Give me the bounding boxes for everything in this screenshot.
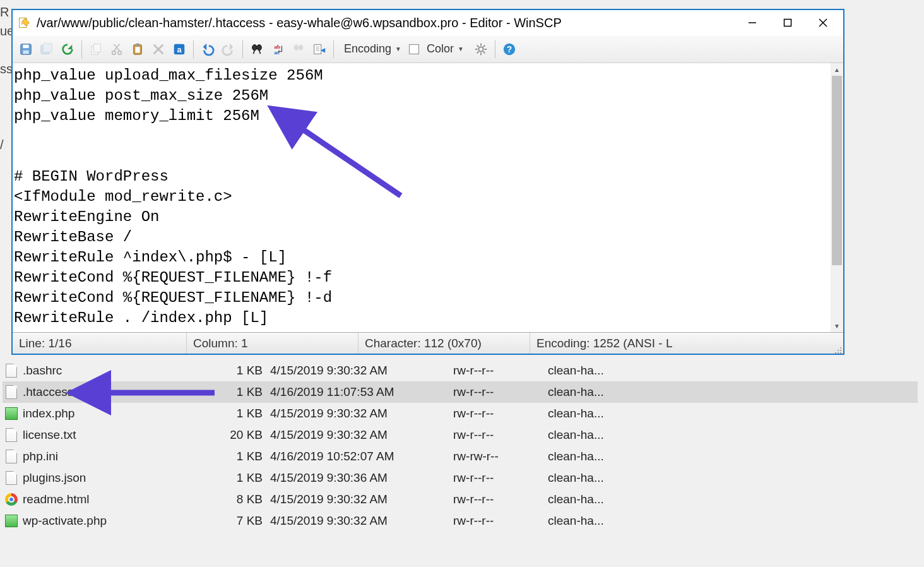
file-permissions: rw-r--r-- <box>453 407 548 421</box>
find-next-button[interactable] <box>289 40 308 59</box>
file-date: 4/15/2019 9:30:32 AM <box>270 407 453 421</box>
select-all-button[interactable]: a <box>170 40 189 59</box>
file-date: 4/15/2019 9:30:36 AM <box>270 471 453 485</box>
svg-rect-17 <box>136 43 139 45</box>
file-permissions: rw-r--r-- <box>453 428 548 442</box>
file-row[interactable]: php.ini1 KB4/16/2019 10:52:07 AMrw-rw-r-… <box>3 446 918 467</box>
file-icon <box>6 450 17 463</box>
status-bar: Line: 1/16 Column: 1 Character: 112 (0x7… <box>13 332 843 354</box>
paste-button[interactable] <box>128 40 147 59</box>
find-button[interactable] <box>247 40 266 59</box>
file-size: 1 KB <box>222 407 270 421</box>
window-title: /var/www/public/clean-hamster/.htaccess … <box>37 16 735 30</box>
file-size: 1 KB <box>222 364 270 378</box>
scroll-down-icon[interactable]: ▼ <box>831 319 843 332</box>
svg-rect-9 <box>44 43 52 52</box>
svg-line-26 <box>254 50 255 54</box>
file-permissions: rw-rw-r-- <box>453 450 548 463</box>
delete-button[interactable] <box>149 40 168 59</box>
file-size: 20 KB <box>222 428 270 442</box>
file-row[interactable]: wp-activate.php7 KB4/15/2019 9:30:32 AMr… <box>3 510 918 532</box>
file-owner: clean-ha... <box>548 364 649 378</box>
chevron-down-icon: ▼ <box>395 45 401 52</box>
file-date: 4/15/2019 9:30:32 AM <box>270 428 453 442</box>
svg-line-41 <box>477 45 478 47</box>
svg-line-42 <box>483 51 485 53</box>
file-permissions: rw-r--r-- <box>453 364 548 378</box>
svg-line-44 <box>483 45 485 47</box>
maximize-button[interactable] <box>770 11 805 34</box>
svg-point-31 <box>299 44 303 50</box>
reload-button[interactable] <box>58 40 77 59</box>
file-name: php.ini <box>20 450 222 463</box>
svg-point-49 <box>840 350 841 351</box>
close-button[interactable] <box>805 11 841 34</box>
file-size: 1 KB <box>222 385 270 399</box>
file-name: .htaccess <box>20 385 222 399</box>
file-owner: clean-ha... <box>548 471 649 485</box>
help-button[interactable]: ? <box>500 40 519 59</box>
file-permissions: rw-r--r-- <box>453 514 548 528</box>
encoding-menu[interactable]: Encoding▼ <box>338 40 407 59</box>
svg-point-47 <box>840 347 841 349</box>
svg-rect-32 <box>314 44 321 54</box>
file-row[interactable]: .htaccess1 KB4/16/2019 11:07:53 AMrw-r--… <box>3 381 918 403</box>
php-file-icon <box>5 407 18 420</box>
file-name: plugins.json <box>20 471 222 485</box>
goto-button[interactable] <box>310 40 329 59</box>
copy-button[interactable] <box>86 40 105 59</box>
file-owner: clean-ha... <box>548 428 649 442</box>
file-date: 4/15/2019 9:30:32 AM <box>270 514 453 528</box>
undo-button[interactable] <box>198 40 217 59</box>
file-name: wp-activate.php <box>20 514 222 528</box>
file-owner: clean-ha... <box>548 385 649 399</box>
color-menu[interactable]: Color▼ <box>421 40 470 59</box>
vertical-scrollbar[interactable]: ▲ ▼ <box>831 63 843 332</box>
svg-rect-6 <box>23 44 28 48</box>
resize-grip-icon[interactable] <box>833 343 842 352</box>
file-row[interactable]: index.php1 KB4/15/2019 9:30:32 AMrw-r--r… <box>3 403 918 424</box>
file-size: 1 KB <box>222 450 270 463</box>
file-date: 4/16/2019 10:52:07 AM <box>270 450 453 463</box>
svg-point-30 <box>294 44 299 50</box>
file-name: .bashrc <box>20 364 222 378</box>
chrome-html-icon <box>5 493 18 506</box>
file-owner: clean-ha... <box>548 407 649 421</box>
preferences-button[interactable] <box>471 40 490 59</box>
svg-point-12 <box>112 51 116 54</box>
php-file-icon <box>5 515 18 527</box>
redo-button[interactable] <box>219 40 238 59</box>
save-all-button[interactable] <box>37 40 56 59</box>
save-button[interactable] <box>16 40 35 59</box>
file-row[interactable]: plugins.json1 KB4/15/2019 9:30:36 AMrw-r… <box>3 467 918 489</box>
scroll-up-icon[interactable]: ▲ <box>831 63 843 76</box>
editor-content[interactable]: php_value upload_max_filesize 256M php_v… <box>13 63 831 332</box>
file-owner: clean-ha... <box>548 492 649 506</box>
color-checkbox[interactable] <box>409 44 419 54</box>
svg-point-23 <box>252 44 257 50</box>
titlebar[interactable]: /var/www/public/clean-hamster/.htaccess … <box>13 10 843 35</box>
svg-point-50 <box>835 352 836 354</box>
file-permissions: rw-r--r-- <box>453 471 548 485</box>
status-encoding: Encoding: 1252 (ANSI - L <box>530 333 843 354</box>
file-date: 4/16/2019 11:07:53 AM <box>270 385 453 399</box>
minimize-button[interactable] <box>735 11 770 34</box>
file-row[interactable]: readme.html8 KB4/15/2019 9:30:32 AMrw-r-… <box>3 489 918 510</box>
chevron-down-icon: ▼ <box>458 45 464 52</box>
svg-rect-18 <box>135 47 139 52</box>
file-owner: clean-ha... <box>548 450 649 463</box>
file-list[interactable]: .bashrc1 KB4/15/2019 9:30:32 AMrw-r--r--… <box>3 360 918 532</box>
file-name: index.php <box>20 407 222 421</box>
file-name: readme.html <box>20 492 222 506</box>
file-icon <box>6 364 17 378</box>
file-icon <box>6 428 17 442</box>
cut-button[interactable] <box>107 40 126 59</box>
toolbar: a abac Encoding▼ Color▼ ? <box>13 35 843 63</box>
status-column: Column: 1 <box>187 333 358 354</box>
replace-button[interactable]: abac <box>268 40 287 59</box>
file-row[interactable]: .bashrc1 KB4/15/2019 9:30:32 AMrw-r--r--… <box>3 360 918 381</box>
status-character: Character: 112 (0x70) <box>358 333 530 354</box>
scroll-thumb[interactable] <box>832 76 842 265</box>
file-row[interactable]: license.txt20 KB4/15/2019 9:30:32 AMrw-r… <box>3 424 918 446</box>
svg-rect-2 <box>785 20 791 27</box>
